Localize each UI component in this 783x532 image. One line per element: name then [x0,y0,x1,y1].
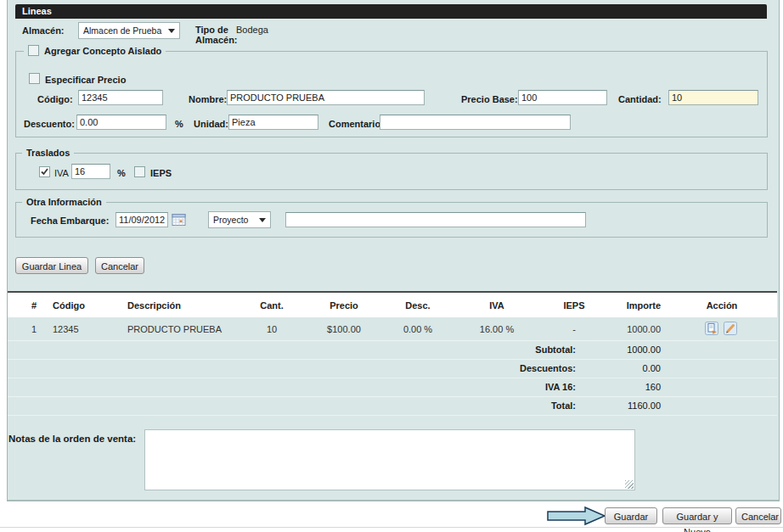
descuento-label: Descuento: [24,119,75,129]
calendar-icon[interactable] [172,212,185,226]
col-header-precio: Precio [310,300,378,311]
cell-codigo: 12345 [53,324,112,334]
ieps-checkbox[interactable] [134,166,145,177]
cantidad-label: Cantidad: [618,94,662,104]
comentario-input[interactable] [380,115,571,130]
descuentos-value: 0.00 [576,363,661,373]
descuento-input[interactable] [76,115,166,130]
almacen-select[interactable]: Almacen de Prueba [78,22,180,39]
iva-total-label: IVA 16: [406,382,576,392]
guardar-y-nuevo-button[interactable]: Guardar y Nuevo [662,507,732,524]
col-header-iva: IVA [465,300,529,311]
almacen-select-value: Almacen de Prueba [83,25,161,36]
total-value: 1160.00 [576,400,661,411]
otra-informacion-extra-input[interactable] [285,212,586,227]
col-header-cant: Cant. [242,300,301,311]
notes-label: Notas de la orden de venta: [8,434,136,444]
subtotal-value: 1000.00 [576,344,661,355]
especificar-precio-checkbox[interactable] [29,73,40,84]
agregar-concepto-label: Agregar Concepto Aislado [44,46,161,56]
traslados-fieldset [15,153,768,190]
guardar-linea-button[interactable]: Guardar Linea [15,257,88,274]
row-separator [8,359,777,360]
edit-line-icon[interactable] [724,322,737,335]
comentario-label: Comentario: [329,119,384,129]
traslados-legend: Traslados [22,147,74,159]
tipo-almacen-label: Tipo de Almacén: [195,25,238,45]
subtotal-label: Subtotal: [406,344,576,355]
col-header-num: # [24,300,44,311]
cell-descripcion: PRODUCTO PRUEBA [127,324,255,334]
chevron-down-icon [168,29,175,33]
cell-cant: 10 [242,324,301,334]
col-header-codigo: Código [53,300,112,311]
cell-iva: 16.00 % [465,324,529,334]
iva-checkbox[interactable] [39,166,50,177]
resize-grip[interactable] [625,480,634,489]
descuentos-label: Descuentos: [406,363,576,373]
agregar-concepto-checkbox[interactable] [28,45,39,56]
iva-percent-label: % [117,168,126,178]
otra-informacion-legend: Otra Información [22,196,106,208]
fecha-embarque-label: Fecha Embarque: [31,216,109,226]
fecha-embarque-input[interactable] [115,212,168,227]
codigo-input[interactable] [78,90,163,105]
codigo-label: Código: [37,94,73,104]
tipo-almacen-value: Bodega [236,25,268,35]
sales-order-line-page: Lineas Almacén: Almacen de Prueba Tipo d… [0,0,783,532]
row-separator [8,396,777,397]
delete-line-icon[interactable] [705,322,718,335]
col-header-desc: Desc. [384,300,452,311]
proyecto-select-value: Proyecto [213,215,248,225]
cancelar-button[interactable]: Cancelar [735,507,781,524]
row-separator [8,378,777,378]
cell-desc: 0.00 % [384,324,452,334]
row-separator [8,340,777,341]
unidad-input[interactable] [228,115,318,130]
chevron-down-icon [259,218,266,222]
col-header-accion: Acción [695,300,749,311]
col-header-importe: Importe [593,300,661,311]
total-label: Total: [406,400,576,411]
iva-input[interactable] [71,164,110,179]
annotation-arrow-icon [547,506,606,526]
ieps-label: IEPS [150,168,172,178]
especificar-precio-label: Especificar Precio [45,75,126,85]
bottom-divider [0,527,783,528]
cell-num: 1 [24,324,44,334]
precio-base-label: Precio Base: [461,94,518,104]
iva-label: IVA [54,168,69,178]
cantidad-input[interactable] [668,90,758,105]
unidad-label: Unidad: [194,119,228,129]
precio-base-input[interactable] [518,90,607,105]
guardar-button[interactable]: Guardar [605,507,657,524]
col-header-descripcion: Descripción [127,300,255,311]
checkmark-icon [40,167,49,176]
almacen-label: Almacén: [22,25,65,36]
panel-header: Lineas [15,4,767,19]
row-separator [8,415,777,416]
iva-total-value: 160 [576,382,661,392]
nombre-input[interactable] [227,90,425,105]
proyecto-select[interactable]: Proyecto [208,211,271,228]
cell-precio: $100.00 [310,324,378,334]
notes-textarea[interactable] [144,429,635,490]
cell-importe: 1000.00 [593,324,661,334]
descuento-percent-label: % [175,119,183,129]
concepto-legend: Agregar Concepto Aislado [24,44,166,57]
nombre-label: Nombre: [189,94,227,104]
cancelar-linea-button[interactable]: Cancelar [95,257,144,274]
